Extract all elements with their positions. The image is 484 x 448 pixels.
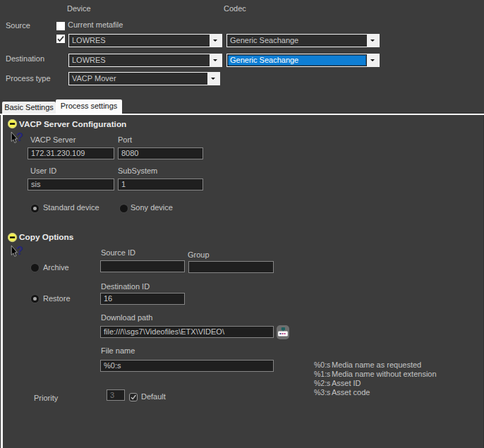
svg-text:?: ?	[16, 245, 23, 257]
svg-text:?: ?	[16, 131, 23, 143]
